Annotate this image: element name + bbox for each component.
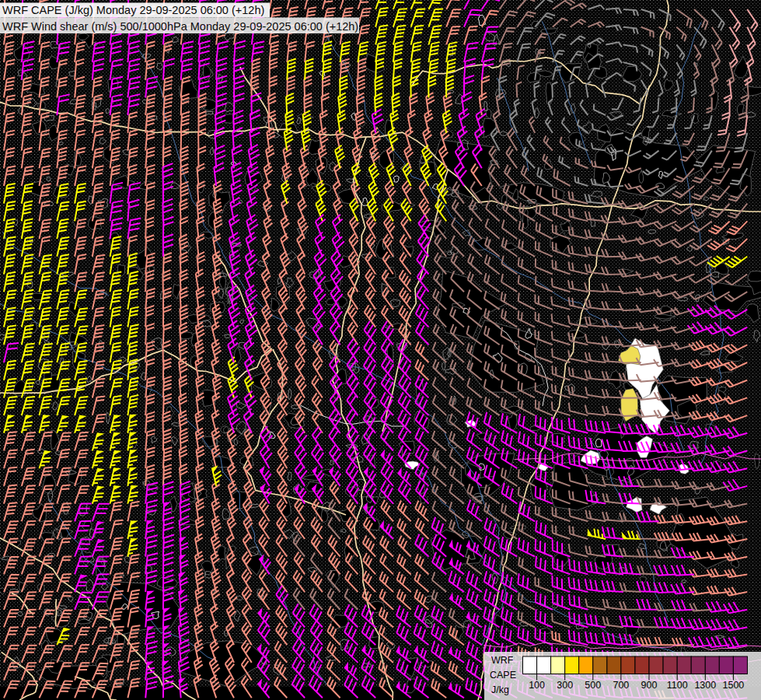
svg-text:1500: 1500	[722, 680, 744, 691]
svg-text:900: 900	[641, 680, 658, 691]
svg-text:500: 500	[585, 680, 601, 691]
svg-text:CAPE: CAPE	[490, 670, 516, 681]
svg-text:300: 300	[557, 680, 573, 691]
svg-text:100: 100	[529, 680, 545, 691]
svg-text:WRF Wind shear (m/s) 500/1000h: WRF Wind shear (m/s) 500/1000hPa Monday …	[2, 20, 358, 33]
svg-text:WRF CAPE (J/kg) Monday 29-09-2: WRF CAPE (J/kg) Monday 29-09-2025 06:00 …	[2, 4, 264, 16]
svg-text:1300: 1300	[694, 680, 716, 691]
svg-text:1100: 1100	[667, 680, 688, 691]
svg-text:J/kg: J/kg	[491, 684, 509, 695]
svg-text:700: 700	[613, 680, 629, 691]
svg-text:WRF: WRF	[491, 655, 514, 666]
